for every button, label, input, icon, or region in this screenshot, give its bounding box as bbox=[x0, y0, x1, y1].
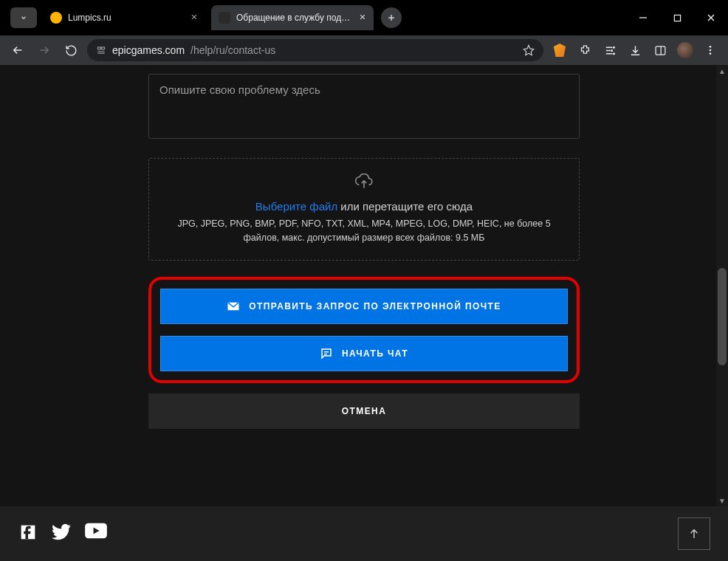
lumpics-favicon-icon bbox=[50, 12, 62, 24]
close-icon[interactable] bbox=[190, 13, 198, 23]
choose-file-link[interactable]: Выберите файл bbox=[255, 200, 337, 213]
minimize-button[interactable] bbox=[626, 0, 660, 35]
tab-label: Lumpics.ru bbox=[68, 13, 185, 23]
annotation-highlight: ОТПРАВИТЬ ЗАПРОС ПО ЭЛЕКТРОННОЙ ПОЧТЕ НА… bbox=[148, 277, 580, 383]
svg-point-5 bbox=[613, 52, 614, 54]
browser-toolbar: epicgames.com/help/ru/contact-us bbox=[0, 35, 728, 65]
send-email-request-button[interactable]: ОТПРАВИТЬ ЗАПРОС ПО ЭЛЕКТРОННОЙ ПОЧТЕ bbox=[160, 289, 568, 324]
url-domain: epicgames.com bbox=[112, 44, 185, 56]
svg-rect-0 bbox=[674, 15, 680, 21]
profile-search-button[interactable] bbox=[10, 7, 37, 28]
menu-icon[interactable] bbox=[700, 40, 721, 61]
button-label: НАЧАТЬ ЧАТ bbox=[342, 348, 408, 359]
close-icon[interactable] bbox=[359, 13, 366, 23]
facebook-icon[interactable] bbox=[18, 522, 38, 545]
file-upload-dropzone[interactable]: Выберите файл или перетащите его сюда JP… bbox=[148, 158, 580, 261]
star-icon[interactable] bbox=[523, 44, 535, 56]
upload-formats-hint: JPG, JPEG, PNG, BMP, PDF, NFO, TXT, XML,… bbox=[159, 217, 569, 245]
url-path: /help/ru/contact-us bbox=[190, 44, 275, 56]
scroll-down-icon[interactable]: ▼ bbox=[716, 495, 728, 506]
new-tab-button[interactable] bbox=[381, 7, 402, 28]
back-to-top-button[interactable] bbox=[678, 517, 710, 550]
chat-icon bbox=[320, 347, 333, 360]
problem-description-textarea[interactable]: Опишите свою проблему здесь bbox=[148, 74, 580, 139]
button-label: ОТМЕНА bbox=[342, 406, 386, 416]
svg-rect-2 bbox=[102, 47, 105, 49]
extensions-icon[interactable] bbox=[574, 40, 595, 61]
tab-label: Обращение в службу поддер bbox=[236, 13, 353, 23]
twitter-icon[interactable] bbox=[50, 522, 72, 545]
cancel-button[interactable]: ОТМЕНА bbox=[148, 393, 580, 429]
svg-point-4 bbox=[611, 49, 612, 51]
svg-point-7 bbox=[710, 46, 712, 48]
svg-point-8 bbox=[710, 49, 712, 52]
youtube-icon[interactable] bbox=[84, 522, 108, 545]
maximize-button[interactable] bbox=[660, 0, 694, 35]
address-bar[interactable]: epicgames.com/help/ru/contact-us bbox=[87, 39, 543, 61]
mail-icon bbox=[227, 301, 240, 312]
svg-point-9 bbox=[710, 52, 712, 55]
tab-lumpics[interactable]: Lumpics.ru bbox=[43, 5, 205, 30]
cloud-upload-icon bbox=[159, 173, 569, 193]
arrow-up-icon bbox=[687, 527, 701, 540]
media-controls-icon[interactable] bbox=[600, 40, 620, 61]
epic-favicon-icon bbox=[219, 12, 230, 24]
textarea-placeholder: Опишите свою проблему здесь bbox=[159, 83, 320, 96]
upload-instruction: Выберите файл или перетащите его сюда bbox=[159, 200, 569, 213]
scroll-up-icon[interactable]: ▲ bbox=[716, 65, 728, 77]
reload-button[interactable] bbox=[61, 40, 81, 61]
svg-point-3 bbox=[613, 47, 614, 48]
downloads-icon[interactable] bbox=[625, 40, 645, 61]
scrollbar-thumb[interactable] bbox=[718, 268, 727, 365]
page-footer bbox=[0, 506, 728, 561]
page-content: Опишите свою проблему здесь Выберите фай… bbox=[0, 65, 728, 561]
svg-rect-6 bbox=[656, 46, 665, 54]
side-panel-icon[interactable] bbox=[650, 40, 670, 61]
close-window-button[interactable] bbox=[694, 0, 728, 35]
site-settings-icon[interactable] bbox=[96, 45, 106, 55]
profile-avatar[interactable] bbox=[675, 40, 696, 61]
forward-button[interactable] bbox=[34, 40, 55, 61]
metamask-extension-icon[interactable] bbox=[549, 40, 570, 61]
window-controls bbox=[626, 0, 728, 35]
svg-rect-1 bbox=[97, 47, 100, 49]
browser-titlebar: Lumpics.ru Обращение в службу поддер bbox=[0, 0, 728, 35]
vertical-scrollbar[interactable]: ▲ ▼ bbox=[716, 65, 728, 506]
tab-epic-support[interactable]: Обращение в службу поддер bbox=[211, 5, 374, 30]
start-chat-button[interactable]: НАЧАТЬ ЧАТ bbox=[160, 336, 568, 371]
back-button[interactable] bbox=[7, 40, 28, 61]
button-label: ОТПРАВИТЬ ЗАПРОС ПО ЭЛЕКТРОННОЙ ПОЧТЕ bbox=[249, 301, 501, 312]
